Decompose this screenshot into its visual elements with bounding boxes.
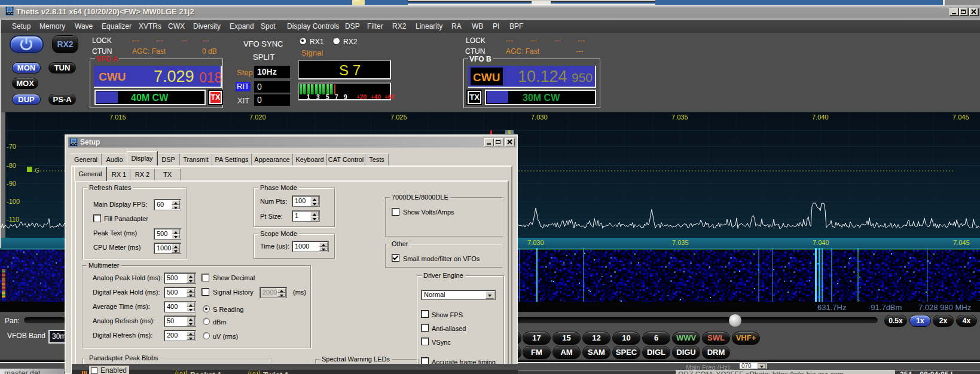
svg-text:-G: -G <box>33 167 39 174</box>
